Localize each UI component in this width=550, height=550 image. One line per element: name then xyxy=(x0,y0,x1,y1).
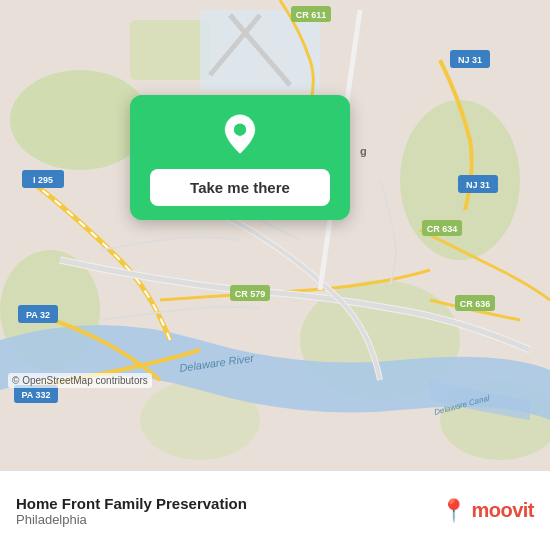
svg-text:NJ 31: NJ 31 xyxy=(458,55,482,65)
location-pin-icon xyxy=(218,113,262,157)
svg-rect-7 xyxy=(130,20,210,80)
bottom-bar: Home Front Family Preservation Philadelp… xyxy=(0,470,550,550)
svg-text:CR 634: CR 634 xyxy=(427,224,458,234)
svg-text:PA 32: PA 32 xyxy=(26,310,50,320)
copyright-text: © OpenStreetMap contributors xyxy=(8,373,152,388)
app: I 295 PA 32 PA 332 NJ 31 NJ 31 CR 611 CR… xyxy=(0,0,550,550)
svg-text:g: g xyxy=(360,145,367,157)
popup-card: Take me there xyxy=(130,95,350,220)
svg-text:CR 636: CR 636 xyxy=(460,299,491,309)
location-city: Philadelphia xyxy=(16,512,440,527)
take-me-there-button[interactable]: Take me there xyxy=(150,169,330,206)
svg-text:PA 332: PA 332 xyxy=(21,390,50,400)
moovit-pin-icon: 📍 xyxy=(440,498,467,524)
svg-point-32 xyxy=(234,124,246,136)
svg-text:NJ 31: NJ 31 xyxy=(466,180,490,190)
moovit-logo: 📍 moovit xyxy=(440,498,534,524)
svg-text:I 295: I 295 xyxy=(33,175,53,185)
moovit-brand-text: moovit xyxy=(471,499,534,522)
location-name: Home Front Family Preservation xyxy=(16,495,440,512)
map-container: I 295 PA 32 PA 332 NJ 31 NJ 31 CR 611 CR… xyxy=(0,0,550,470)
svg-text:CR 611: CR 611 xyxy=(296,10,327,20)
location-info: Home Front Family Preservation Philadelp… xyxy=(16,495,440,527)
map-background: I 295 PA 32 PA 332 NJ 31 NJ 31 CR 611 CR… xyxy=(0,0,550,470)
svg-text:CR 579: CR 579 xyxy=(235,289,266,299)
svg-point-1 xyxy=(10,70,150,170)
